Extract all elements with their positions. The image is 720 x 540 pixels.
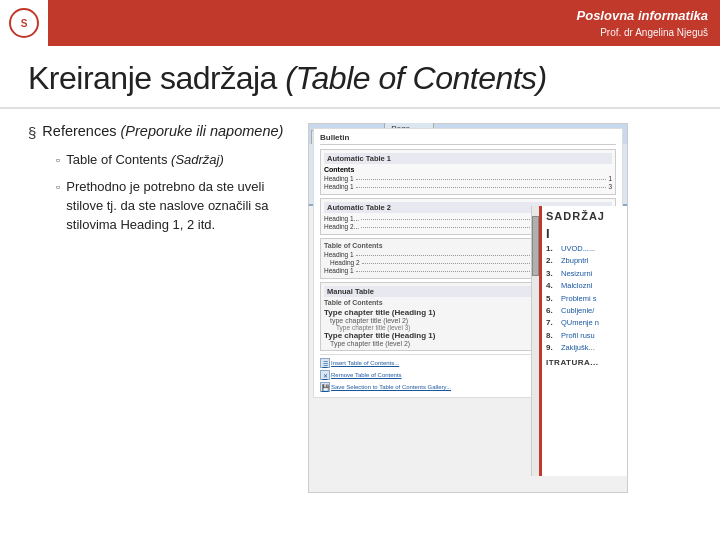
header: S Poslovna informatika Prof. dr Angelina… [0, 0, 720, 46]
sadrzaj-item-3: 3. Nesizurni [546, 269, 623, 279]
save-selection-button[interactable]: 💾 Save Selection to Table of Contents Ga… [320, 382, 451, 392]
main-content: § References (Preporuke ili napomene) ▫ … [0, 123, 720, 493]
sadrzaj-item-5: 5. Problemi s [546, 294, 623, 304]
sadrzaj-text-5: Problemi s [561, 294, 596, 304]
toc2-text-2: Heading 2... [324, 223, 359, 230]
singidunum-logo-icon: S [6, 5, 42, 41]
sadrzaj-title: SADRŽAJ [546, 210, 623, 222]
toc-entry-1-text: Heading 1 [324, 175, 354, 182]
sadrzaj-item-8: 8. Profil rusu [546, 331, 623, 341]
sadrzaj-text-3: Nesizurni [561, 269, 592, 279]
sadrzaj-panel: SADRŽAJ I 1. UVOD...... 2. Zbupntrl 3. N… [539, 206, 627, 476]
sadrzaj-item-1: 1. UVOD...... [546, 244, 623, 254]
sadrzaj-num-5: 5. [546, 294, 558, 304]
sub-bullet-1-italic: (Sadržaj) [171, 152, 224, 167]
automatic-table-1: Automatic Table 1 Contents Heading 1 1 H… [320, 149, 616, 195]
word-screenshot-container: Home Insert Page Layout References Maili… [308, 123, 628, 493]
sadrzaj-item-4: 4. Malcloznl [546, 281, 623, 291]
contents-heading: Contents [324, 166, 612, 173]
professor-name: Prof. dr Angelina Njeguš [577, 25, 708, 40]
toc2-text-1: Heading 1... [324, 215, 359, 222]
sub-bullets: ▫ Table of Contents (Sadržaj) ▫ Prethodn… [56, 151, 288, 234]
sub-bullet-text-1: Table of Contents (Sadržaj) [66, 151, 224, 170]
save-selection-label: Save Selection to Table of Contents Gall… [331, 384, 451, 390]
sub-bullet-1-plain: Table of Contents [66, 152, 171, 167]
insert-toc-button[interactable]: ☰ Insert Table of Contents... [320, 358, 399, 368]
bullet-text-plain: References [42, 123, 120, 139]
toc-dots-2 [356, 181, 607, 188]
insert-toc-icon: ☰ [320, 358, 330, 368]
sadrzaj-text-9: Zakljušk... [561, 343, 595, 353]
sadrzaj-num-9: 9. [546, 343, 558, 353]
right-column: Home Insert Page Layout References Maili… [308, 123, 692, 493]
sadrzaj-num-1: 1. [546, 244, 558, 254]
sadrzaj-text-4: Malcloznl [561, 281, 592, 291]
toc-entry-2: Heading 1 3 [324, 183, 612, 190]
scrollbar[interactable] [531, 206, 539, 476]
insert-toc-label: Insert Table of Contents... [331, 360, 399, 366]
sadrzaj-item-6: 6. Cubljenle/ [546, 306, 623, 316]
save-selection-icon: 💾 [320, 382, 330, 392]
sub-bullet-symbol-2: ▫ [56, 180, 60, 194]
bullet-text: References (Preporuke ili napomene) [42, 123, 283, 139]
sadrzaj-footer: ITRATURA... [546, 358, 623, 367]
page-title-plain: Kreiranje sadržaja [28, 60, 285, 96]
auto-table-1-title: Automatic Table 1 [324, 153, 612, 164]
sub-bullet-symbol-1: ▫ [56, 153, 60, 167]
toc3-text-3: Heading 1 [324, 267, 354, 274]
sadrzaj-num-2: 2. [546, 256, 558, 266]
toc3-text-1: Heading 1 [324, 251, 354, 258]
scrollbar-thumb[interactable] [532, 216, 539, 276]
page-title-italic: (Table of Contents) [285, 60, 546, 96]
logo-area: S [0, 0, 48, 46]
bullet-text-italic: (Preporuke ili napomene) [121, 123, 284, 139]
sub-bullet-2: ▫ Prethodno je potrebno da ste uveli sti… [56, 178, 288, 235]
sadrzaj-item-7: 7. QUmenje n [546, 318, 623, 328]
toc-page-1: 1 [608, 175, 612, 182]
word-screenshot: Home Insert Page Layout References Maili… [308, 123, 628, 493]
sadrzaj-num-7: 7. [546, 318, 558, 328]
course-title: Poslovna informatika [577, 6, 708, 26]
left-column: § References (Preporuke ili napomene) ▫ … [28, 123, 288, 493]
sadrzaj-num-8: 8. [546, 331, 558, 341]
document-title: Bulletin [320, 133, 616, 145]
remove-toc-icon: ✕ [320, 370, 330, 380]
sadrzaj-item-2: 2. Zbupntrl [546, 256, 623, 266]
toc-page-2: 3 [608, 183, 612, 190]
main-bullet: § References (Preporuke ili napomene) [28, 123, 288, 141]
sadrzaj-num-6: 6. [546, 306, 558, 316]
page-title: Kreiranje sadržaja (Table of Contents) [28, 60, 692, 97]
sadrzaj-text-6: Cubljenle/ [561, 306, 594, 316]
sadrzaj-text-2: Zbupntrl [561, 256, 589, 266]
toc-entry-2-text: Heading 1 [324, 183, 354, 190]
svg-text:S: S [21, 18, 28, 29]
sadrzaj-text-7: QUmenje n [561, 318, 599, 328]
sub-bullet-1: ▫ Table of Contents (Sadržaj) [56, 151, 288, 170]
sadrzaj-item-9: 9. Zakljušk... [546, 343, 623, 353]
sadrzaj-cursor: I [546, 226, 623, 241]
sub-bullet-text-2: Prethodno je potrebno da ste uveli stilo… [66, 178, 288, 235]
sadrzaj-text-1: UVOD...... [561, 244, 595, 254]
toc-dots-1 [356, 173, 607, 180]
remove-toc-button[interactable]: ✕ Remove Table of Contents [320, 370, 402, 380]
bullet-symbol: § [28, 124, 36, 141]
page-title-area: Kreiranje sadržaja (Table of Contents) [0, 46, 720, 109]
logo-box: S [0, 0, 48, 46]
sadrzaj-text-8: Profil rusu [561, 331, 595, 341]
header-text: Poslovna informatika Prof. dr Angelina N… [577, 6, 708, 41]
sadrzaj-num-3: 3. [546, 269, 558, 279]
remove-toc-label: Remove Table of Contents [331, 372, 402, 378]
sadrzaj-num-4: 4. [546, 281, 558, 291]
